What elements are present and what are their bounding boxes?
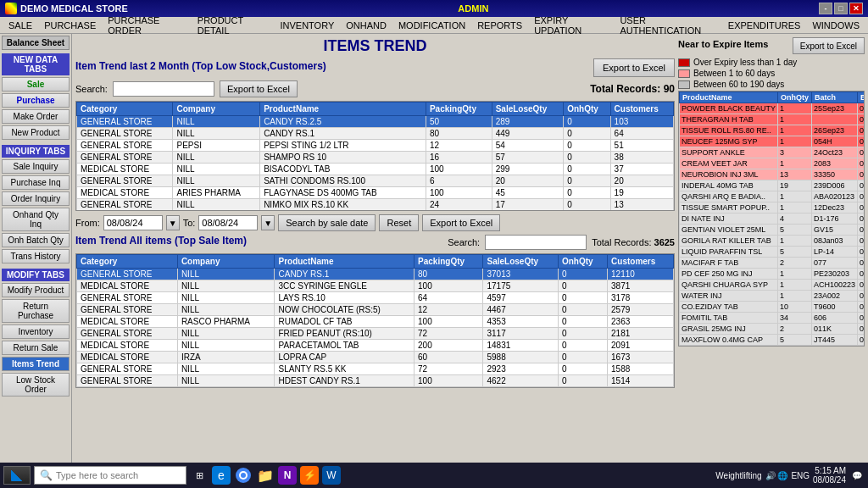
list-item[interactable]: DI NATE INJ4D1-17601-Jan-2025146 <box>680 214 865 225</box>
export-top-button[interactable]: Export to Excel <box>593 58 675 77</box>
taskbar-search-bar[interactable]: 🔍 <box>34 466 186 485</box>
col-onh-bottom: OnhQty <box>558 255 607 269</box>
sidebar-item-trans-history[interactable]: Trans History <box>2 249 70 263</box>
reset-btn[interactable]: Reset <box>379 214 419 231</box>
sidebar-item-return-purchase[interactable]: Return Purchase <box>2 299 70 323</box>
notification-btn[interactable]: 💬 <box>849 468 865 483</box>
table-row[interactable]: MEDICAL STOREARIES PHARMAFLAGYNASE DS 40… <box>77 187 674 199</box>
search-input-top[interactable] <box>113 81 214 97</box>
sidebar-item-return-sale[interactable]: Return Sale <box>2 341 70 355</box>
sidebar-item-inventory[interactable]: Inventory <box>2 324 70 339</box>
taskbar-apps: ⊞ e 📁 N ⚡ W <box>190 466 341 485</box>
from-date-picker[interactable]: ▼ <box>166 215 180 230</box>
taskbar-app-blue2[interactable]: W <box>322 466 341 485</box>
menu-item-modification[interactable]: MODIFICATION <box>393 19 470 32</box>
list-item[interactable]: POWDER BLACK BEAUTY125Sep2301-Sep-202424 <box>680 103 865 114</box>
sidebar-item-purchase[interactable]: Purchase <box>2 93 70 108</box>
taskbar-search-input[interactable] <box>56 470 181 480</box>
expire-export-btn[interactable]: Export to Excel <box>793 37 865 54</box>
table-row[interactable]: MEDICAL STORERASCO PHARMARUMADOL CF TAB1… <box>77 316 674 328</box>
list-item[interactable]: CO.EZIDAY TAB10T960001-Feb-2025177 <box>680 302 865 313</box>
to-date-input[interactable] <box>198 215 258 230</box>
minimize-button[interactable]: - <box>819 3 832 14</box>
to-date-picker[interactable]: ▼ <box>261 215 275 230</box>
search-input-bottom[interactable] <box>485 235 587 250</box>
list-item[interactable]: QARSHI ARQ E BADIA..1ABA02012301-Dec-202… <box>680 191 865 202</box>
list-item[interactable]: GENTIAN VIOLET 25ML5GV1501-Jan-2025146 <box>680 225 865 236</box>
taskbar-app-edge[interactable]: e <box>212 466 231 485</box>
table-row[interactable]: GENERAL STORENILLHDEST CANDY RS.11004622… <box>77 375 674 387</box>
sidebar-item-onhand-qty-inq[interactable]: Onhand Qty Inq <box>2 208 70 231</box>
list-item[interactable]: LIQUID PARAFFIN TSL5LP-1401-Jan-2025146 <box>680 247 865 258</box>
col-customers-top: Customers <box>610 103 673 116</box>
list-item[interactable]: NEUCEF 125MG SYP1054H01-Sep-202424 <box>680 136 865 147</box>
table-row[interactable]: GENERAL STORENILLCANDY RS.2.5502890103 <box>77 116 674 128</box>
list-item[interactable]: TISSUE ROLL RS.80 RE..126Sep2301-Sep-202… <box>680 125 865 136</box>
sidebar-item-low-stock-order[interactable]: Low Stock Order <box>2 373 70 396</box>
list-item[interactable]: CREAM VEET JAR1208301-Oct-202454 <box>680 158 865 169</box>
table-row[interactable]: GENERAL STORENILLFRIED PEANUT (RS:10)723… <box>77 328 674 340</box>
table-row[interactable]: GENERAL STOREPEPSIPEPSI STING 1/2 LTR125… <box>77 140 674 152</box>
list-item[interactable]: GRASIL 25MG INJ2011K01-Feb-2025177 <box>680 324 865 335</box>
taskbar-app-folder[interactable]: 📁 <box>256 466 275 485</box>
list-item[interactable]: MACIFAR F TAB207701-Jan-2025146 <box>680 258 865 269</box>
list-item[interactable]: MAXFLOW 0.4MG CAP5JT44501-Feb-2025177 <box>680 335 865 346</box>
from-date-input[interactable] <box>103 215 163 230</box>
menu-item-purchase[interactable]: PURCHASE <box>39 19 101 32</box>
main-layout: Balance Sheet NEW DATA TABS Sale Purchas… <box>0 34 868 463</box>
logo-icon <box>5 3 17 14</box>
taskbar-app-chrome[interactable] <box>234 466 253 485</box>
start-button[interactable] <box>3 466 31 485</box>
maximize-button[interactable]: □ <box>834 3 848 14</box>
menu-item-sale[interactable]: SALE <box>3 19 37 32</box>
sidebar-item-new-product[interactable]: New Product <box>2 125 70 140</box>
list-item[interactable]: GORILA RAT KILLER TAB108Jan0301-Jan-2025… <box>680 236 865 247</box>
sidebar-item-purchase-inq[interactable]: Purchase Inq <box>2 175 70 190</box>
taskbar-app-purple[interactable]: N <box>278 466 297 485</box>
list-item[interactable]: INDERAL 40MG TAB19239D00601-Dec-2024115 <box>680 180 865 191</box>
list-item[interactable]: SUPPORT ANKLE324Oct2301-Oct-202454 <box>680 147 865 158</box>
menu-item-onhand[interactable]: ONHAND <box>341 19 392 32</box>
top-section-title: Item Trend last 2 Month (Top Low Stock,C… <box>75 60 326 72</box>
sidebar-item-sale[interactable]: Sale <box>2 77 70 92</box>
list-item[interactable]: TISSUE SMART POPUP..112Dec2301-Dec-20241… <box>680 202 865 214</box>
table-row[interactable]: GENERAL STORENILLNOW CHOCOLATE (RS:5)124… <box>77 304 674 316</box>
table-row[interactable]: GENERAL STORENILLNIMKO MIX RS.10 KK24170… <box>77 199 674 211</box>
table-row[interactable]: MEDICAL STOREIRZALOPRA CAP60598801673 <box>77 352 674 363</box>
taskbar-app-grid[interactable]: ⊞ <box>190 466 209 485</box>
table-row[interactable]: GENERAL STORENILLSLANTY RS.5 KK722923015… <box>77 363 674 375</box>
sidebar-item-sale-inquiry[interactable]: Sale Inquiry <box>2 159 70 174</box>
sidebar-item-make-order[interactable]: Make Order <box>2 109 70 124</box>
menu-item-inventory[interactable]: INVENTORY <box>275 19 339 32</box>
sidebar-item-modify-product[interactable]: Modify Product <box>2 283 70 297</box>
menu-item-reports[interactable]: REPORTS <box>472 19 527 32</box>
table-row[interactable]: GENERAL STORENILLLAYS RS.1064459703178 <box>77 292 674 304</box>
balance-sheet-btn[interactable]: Balance Sheet <box>2 36 70 50</box>
sidebar-item-onh-batch-qty[interactable]: Onh Batch Qty <box>2 233 70 247</box>
sidebar-item-items-trend[interactable]: Items Trend <box>2 357 70 371</box>
export-date-btn[interactable]: Export to Excel <box>422 214 500 231</box>
taskbar-app-orange[interactable]: ⚡ <box>300 466 319 485</box>
table-row[interactable]: GENERAL STORENILLCANDY RS.180449064 <box>77 128 674 140</box>
table-row[interactable]: GENERAL STORENILLSATHI CONDOMS RS.100620… <box>77 175 674 187</box>
table-row[interactable]: MEDICAL STORENILLBISACODYL TAB100299037 <box>77 164 674 175</box>
list-item[interactable]: PD CEF 250 MG INJ1PE23020301-Jan-2025146 <box>680 269 865 280</box>
list-item[interactable]: QARSHI CHUARGA SYP1ACH10022301-Jan-20251… <box>680 280 865 291</box>
table-row[interactable]: MEDICAL STORENILL3CC SYRINGE ENGLE100171… <box>77 280 674 292</box>
list-item[interactable]: THERAGRAN H TAB101-Sep-202424 <box>680 114 865 125</box>
table-row[interactable]: MEDICAL STORENILLCARICEF 100MG SYP1809 <box>77 211 674 212</box>
admin-label: ADMIN <box>458 3 488 14</box>
table-row[interactable]: GENERAL STORENILLCANDY RS.18037013012110 <box>77 269 674 280</box>
export-btn-top2[interactable]: Export to Excel <box>220 80 298 97</box>
right-panel: Near to Expire Items Export to Excel Ove… <box>678 37 865 391</box>
close-button[interactable]: ✕ <box>849 3 863 14</box>
sidebar-item-order-inquiry[interactable]: Order Inquiry <box>2 191 70 206</box>
menu-item-windows[interactable]: WINDOWS <box>807 19 865 32</box>
list-item[interactable]: WATER INJ123A00201-Dec-2024115 <box>680 291 865 302</box>
search-by-date-btn[interactable]: Search by sale date <box>278 214 376 231</box>
table-row[interactable]: MEDICAL STORENILLPARACETAMOL TAB20014831… <box>77 340 674 352</box>
list-item[interactable]: NEUROBION INJ 3ML133335001-Nov-202485 <box>680 169 865 180</box>
menu-item-expenditures[interactable]: EXPENDITURES <box>723 19 806 32</box>
table-row[interactable]: GENERAL STORENILLSHAMPO RS 101657038 <box>77 152 674 164</box>
list-item[interactable]: FOMITIL TAB3460601-Feb-2025177 <box>680 313 865 324</box>
